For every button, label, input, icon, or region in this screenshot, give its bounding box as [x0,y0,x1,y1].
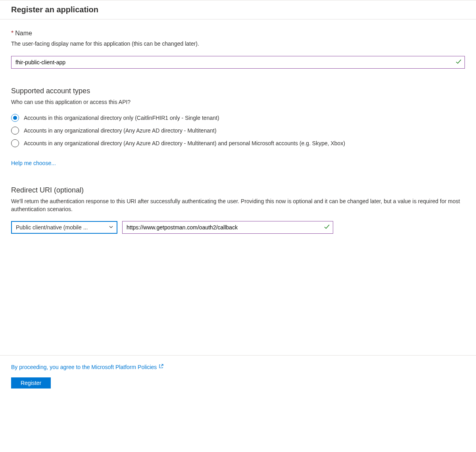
redirect-uri-section: Redirect URI (optional) We'll return the… [11,186,465,234]
register-button[interactable]: Register [11,377,51,389]
account-types-section: Supported account types Who can use this… [11,87,465,167]
redirect-uri-heading: Redirect URI (optional) [11,186,465,194]
name-section: *Name The user-facing display name for t… [11,30,465,69]
platform-policies-link[interactable]: By proceeding, you agree to the Microsof… [11,364,164,370]
external-link-icon [158,364,164,370]
radio-option-multitenant-personal[interactable]: Accounts in any organizational directory… [11,139,465,147]
radio-button-icon [11,127,19,135]
radio-button-icon [11,139,19,147]
main-content: *Name The user-facing display name for t… [0,19,476,244]
radio-inner-dot [13,116,17,120]
name-field-label: *Name [11,30,465,37]
radio-option-multitenant[interactable]: Accounts in any organizational directory… [11,127,465,135]
account-types-heading: Supported account types [11,87,465,95]
account-types-description: Who can use this application or access t… [11,98,465,106]
radio-label: Accounts in any organizational directory… [24,140,345,146]
name-input-wrapper [11,56,465,69]
redirect-uri-input[interactable] [122,221,333,234]
radio-option-single-tenant[interactable]: Accounts in this organizational director… [11,114,465,122]
required-asterisk: * [11,30,13,37]
page-header: Register an application [0,0,476,19]
radio-label: Accounts in any organizational directory… [24,127,217,134]
footer: By proceeding, you agree to the Microsof… [0,355,476,400]
chevron-down-icon [109,224,113,231]
help-me-choose-link[interactable]: Help me choose... [11,160,56,166]
page-title: Register an application [11,5,465,14]
policy-link-text: By proceeding, you agree to the Microsof… [11,364,157,370]
redirect-controls: Public client/native (mobile ... [11,221,465,234]
name-field-description: The user-facing display name for this ap… [11,40,465,48]
redirect-uri-description: We'll return the authentication response… [11,198,465,213]
radio-button-icon [11,114,19,122]
redirect-uri-input-wrapper [122,221,333,234]
radio-label: Accounts in this organizational director… [24,115,219,121]
account-types-radio-group: Accounts in this organizational director… [11,114,465,147]
name-input[interactable] [11,56,465,69]
platform-dropdown[interactable]: Public client/native (mobile ... [11,221,117,234]
dropdown-selected-text: Public client/native (mobile ... [16,224,88,231]
name-label-text: Name [15,30,32,37]
